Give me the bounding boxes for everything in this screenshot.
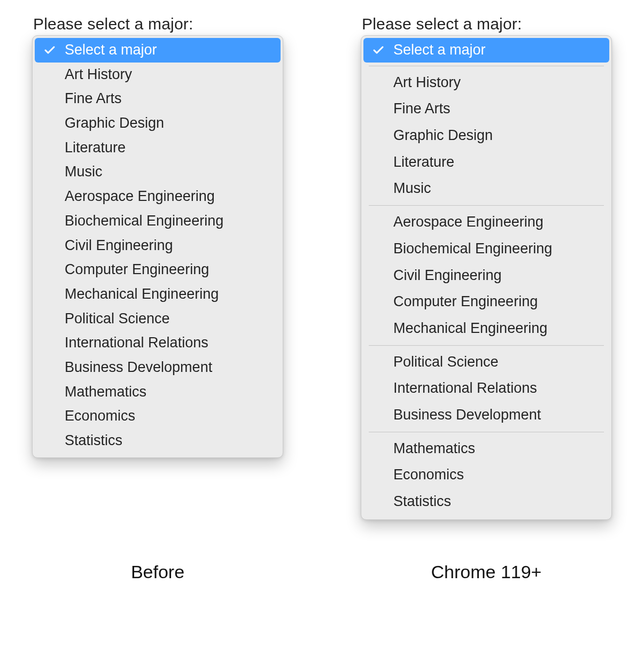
option-label: Literature: [65, 140, 126, 156]
option-selected[interactable]: Select a major: [363, 38, 609, 63]
option-label: Economics: [65, 408, 135, 424]
option-label: Fine Arts: [65, 91, 122, 107]
option-item[interactable]: Biochemical Engineering: [361, 236, 611, 262]
group-divider: [369, 66, 604, 66]
option-label: Fine Arts: [393, 101, 451, 117]
option-item[interactable]: Art History: [33, 63, 283, 87]
option-label: Political Science: [393, 354, 499, 370]
option-item[interactable]: Mathematics: [33, 380, 283, 405]
option-item[interactable]: Literature: [33, 136, 283, 160]
option-selected[interactable]: Select a major: [35, 38, 281, 63]
option-label: Mechanical Engineering: [65, 286, 219, 302]
option-label: Business Development: [65, 360, 212, 376]
option-label: Music: [393, 181, 431, 197]
option-label: International Relations: [393, 380, 537, 397]
option-item[interactable]: Literature: [361, 149, 611, 176]
group-divider: [369, 345, 604, 346]
option-label: Biochemical Engineering: [65, 213, 223, 229]
option-label: International Relations: [65, 335, 208, 351]
caption-after: Chrome 119+: [361, 562, 612, 582]
option-item[interactable]: Biochemical Engineering: [33, 209, 283, 234]
option-label: Mechanical Engineering: [393, 321, 547, 337]
option-label: Civil Engineering: [393, 268, 502, 284]
option-item[interactable]: Graphic Design: [361, 122, 611, 149]
option-item[interactable]: Economics: [33, 404, 283, 429]
caption-before: Before: [32, 562, 283, 582]
option-label: Graphic Design: [393, 128, 493, 144]
group-divider: [369, 432, 604, 432]
option-item[interactable]: Fine Arts: [361, 96, 611, 122]
option-label: Literature: [393, 154, 454, 170]
option-item[interactable]: Mechanical Engineering: [361, 315, 611, 342]
option-item[interactable]: Computer Engineering: [33, 258, 283, 282]
option-item[interactable]: Civil Engineering: [361, 262, 611, 289]
option-label: Select a major: [65, 42, 157, 58]
option-item[interactable]: Mechanical Engineering: [33, 282, 283, 307]
option-label: Business Development: [393, 407, 541, 423]
option-item[interactable]: Civil Engineering: [33, 234, 283, 258]
option-label: Art History: [65, 67, 132, 83]
option-label: Graphic Design: [65, 115, 164, 131]
option-item[interactable]: International Relations: [361, 375, 611, 402]
option-label: Civil Engineering: [65, 238, 173, 254]
option-label: Statistics: [393, 494, 451, 510]
option-item[interactable]: Statistics: [361, 488, 611, 515]
option-item[interactable]: Graphic Design: [33, 111, 283, 136]
checkmark-icon: [372, 43, 385, 56]
option-item[interactable]: Art History: [361, 69, 611, 96]
option-label: Computer Engineering: [393, 294, 538, 310]
option-label: Statistics: [65, 433, 122, 449]
option-item[interactable]: Business Development: [361, 402, 611, 429]
option-label: Music: [65, 164, 103, 180]
option-item[interactable]: Economics: [361, 462, 611, 488]
option-item[interactable]: Aerospace Engineering: [33, 184, 283, 209]
after-column: Please select a major: Select a major Ar…: [361, 15, 612, 520]
option-label: Computer Engineering: [65, 262, 209, 278]
option-item[interactable]: Music: [361, 175, 611, 202]
option-item[interactable]: Computer Engineering: [361, 289, 611, 315]
option-item[interactable]: Political Science: [33, 307, 283, 331]
select-label-before: Please select a major:: [33, 15, 193, 33]
option-item[interactable]: Political Science: [361, 349, 611, 376]
option-label: Select a major: [393, 42, 486, 58]
option-item[interactable]: Mathematics: [361, 436, 611, 462]
option-label: Political Science: [65, 311, 170, 327]
option-label: Mathematics: [65, 384, 146, 400]
option-item[interactable]: Aerospace Engineering: [361, 209, 611, 236]
checkmark-icon: [43, 43, 56, 56]
select-label-after: Please select a major:: [362, 15, 522, 33]
select-popup-before[interactable]: Select a major Art HistoryFine ArtsGraph…: [32, 35, 283, 458]
option-item[interactable]: International Relations: [33, 331, 283, 355]
before-column: Please select a major: Select a major Ar…: [32, 15, 283, 458]
option-label: Economics: [393, 467, 464, 483]
option-label: Aerospace Engineering: [393, 214, 544, 230]
option-label: Aerospace Engineering: [65, 189, 215, 205]
option-label: Art History: [393, 75, 461, 91]
option-item[interactable]: Business Development: [33, 355, 283, 380]
option-label: Mathematics: [393, 441, 475, 457]
option-item[interactable]: Fine Arts: [33, 87, 283, 111]
option-item[interactable]: Music: [33, 160, 283, 184]
option-item[interactable]: Statistics: [33, 429, 283, 453]
option-label: Biochemical Engineering: [393, 241, 552, 257]
group-divider: [369, 205, 604, 206]
select-popup-after[interactable]: Select a major Art HistoryFine ArtsGraph…: [361, 35, 612, 520]
